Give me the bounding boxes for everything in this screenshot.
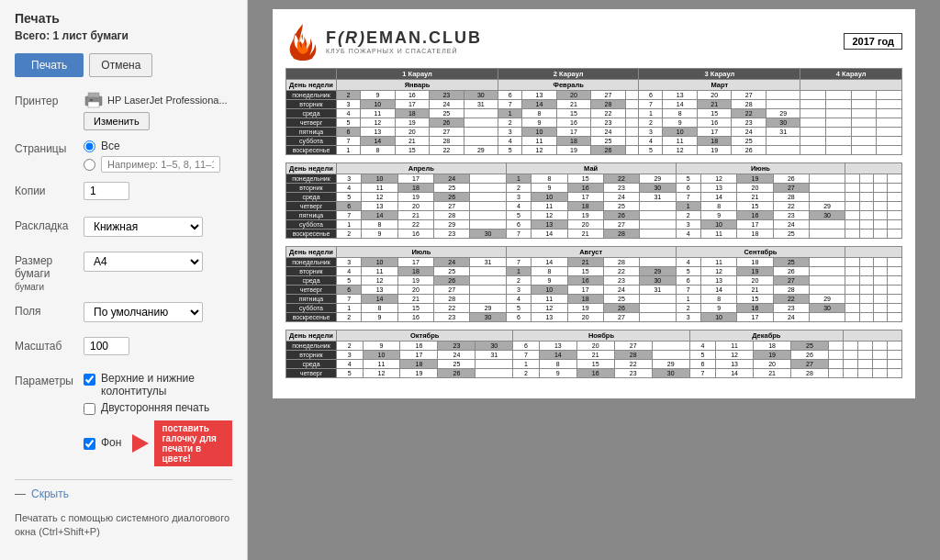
- hide-icon: —: [15, 487, 26, 500]
- cal-table-1: 1 Караул 2 Караул 3 Караул 4 Караул День…: [285, 68, 902, 155]
- svg-rect-2: [88, 102, 99, 107]
- paper-size-select[interactable]: А4 А3 Letter: [84, 252, 203, 272]
- flame-icon: [285, 22, 320, 61]
- header-footer-label: Верхние и нижние колонтитулы: [101, 372, 232, 398]
- doc-header: F(R)EMAN.CLUB КЛУБ ПОЖАРНЫХ И СПАСАТЕЛЕЙ…: [285, 22, 902, 61]
- custom-pages-radio[interactable]: [84, 159, 95, 171]
- calendar-section-4: День недели Октябрь Ноябрь Декабрь понед…: [285, 330, 902, 378]
- footer-text: Печатать с помощью системного диалоговог…: [15, 511, 232, 540]
- annotation-text: поставить галочку для печати в цвете!: [154, 420, 232, 466]
- year-badge: 2017 год: [844, 33, 902, 50]
- printer-name: HP LaserJet Professiona...: [107, 95, 228, 106]
- logo-subtext: КЛУБ ПОЖАРНЫХ И СПАСАТЕЛЕЙ: [326, 48, 482, 54]
- scale-label: Масштаб: [15, 337, 84, 353]
- background-checkbox[interactable]: [84, 438, 95, 450]
- layout-label: Раскладка: [15, 217, 84, 232]
- pages-range-input[interactable]: [101, 156, 220, 173]
- document-preview: F(R)EMAN.CLUB КЛУБ ПОЖАРНЫХ И СПАСАТЕЛЕЙ…: [248, 0, 940, 560]
- printer-label: Принтер: [15, 92, 84, 107]
- print-dialog: Печать Всего: 1 лист бумаги Печать Отмен…: [0, 0, 248, 560]
- printer-icon: [84, 92, 104, 108]
- change-printer-button[interactable]: Изменить: [84, 112, 150, 130]
- header-footer-checkbox[interactable]: [84, 374, 95, 386]
- scale-input[interactable]: [84, 337, 129, 355]
- logo-text: F(R)EMAN.CLUB: [326, 28, 482, 48]
- svg-rect-1: [88, 93, 99, 97]
- calendar-section-2: День недели Апрель Май Июнь понедельник …: [285, 162, 902, 239]
- arrow-icon: [132, 434, 149, 453]
- hide-label[interactable]: Скрыть: [31, 487, 69, 500]
- copies-input[interactable]: [84, 182, 129, 200]
- pages-label: Страницы: [15, 140, 84, 155]
- paper-size-label: Размер бумаги бумаги: [15, 252, 84, 293]
- subtitle: Всего: 1 лист бумаги: [15, 29, 232, 42]
- cal-table-4: День недели Октябрь Ноябрь Декабрь понед…: [285, 330, 902, 378]
- layout-select[interactable]: Книжная Альбомная: [84, 217, 203, 237]
- margins-select[interactable]: По умолчанию Нет Минимальные: [84, 302, 203, 322]
- cal-table-3: День недели Июль Август Сентябрь понедел…: [285, 246, 902, 322]
- dialog-title: Печать: [15, 11, 232, 26]
- print-button[interactable]: Печать: [15, 53, 84, 77]
- duplex-checkbox[interactable]: [84, 403, 95, 415]
- logo-area: F(R)EMAN.CLUB КЛУБ ПОЖАРНЫХ И СПАСАТЕЛЕЙ: [285, 22, 482, 61]
- duplex-label: Двусторонняя печать: [101, 401, 209, 414]
- margins-label: Поля: [15, 302, 84, 318]
- params-label: Параметры: [15, 372, 84, 387]
- background-label: Фон: [101, 436, 121, 449]
- doc-page: F(R)EMAN.CLUB КЛУБ ПОЖАРНЫХ И СПАСАТЕЛЕЙ…: [273, 9, 915, 398]
- all-pages-label: Все: [101, 140, 120, 152]
- calendar-section-3: День недели Июль Август Сентябрь понедел…: [285, 246, 902, 322]
- copies-label: Копии: [15, 182, 84, 197]
- svg-rect-3: [90, 99, 93, 101]
- all-pages-radio[interactable]: [84, 140, 95, 152]
- calendar-section-1: 1 Караул 2 Караул 3 Караул 4 Караул День…: [285, 68, 902, 155]
- cal-table-2: День недели Апрель Май Июнь понедельник …: [285, 162, 902, 239]
- cancel-button[interactable]: Отмена: [89, 53, 152, 77]
